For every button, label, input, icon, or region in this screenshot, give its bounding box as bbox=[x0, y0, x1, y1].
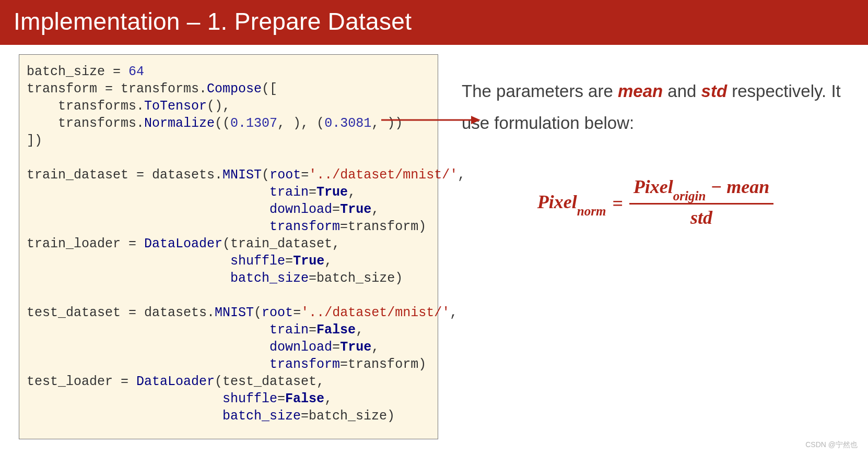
code-block: batch_size = 64 transform = transforms.C… bbox=[19, 54, 438, 439]
code-token: =batch_size) bbox=[309, 271, 403, 286]
code-token: train_dataset bbox=[27, 167, 128, 183]
code-token: = bbox=[121, 305, 144, 320]
code-number: 0.3081 bbox=[324, 116, 371, 131]
code-token: (), bbox=[207, 99, 230, 114]
code-token: (test_dataset, bbox=[215, 374, 324, 389]
code-token: transform bbox=[27, 81, 97, 97]
code-token: test_dataset bbox=[27, 305, 121, 320]
formula-sub: origin bbox=[673, 189, 706, 203]
svg-marker-1 bbox=[471, 116, 480, 124]
code-arg: train bbox=[269, 322, 309, 338]
formula-lhs: Pixelnorm bbox=[537, 191, 606, 215]
formula-term: Pixel bbox=[634, 176, 673, 197]
code-bool: False bbox=[285, 391, 324, 406]
code-bool: True bbox=[340, 202, 371, 217]
formula-fraction: Pixelorigin − mean std bbox=[629, 175, 773, 229]
code-indent bbox=[27, 116, 58, 131]
code-token: transforms. bbox=[58, 116, 144, 131]
code-token: datasets. bbox=[152, 167, 222, 183]
code-token: =batch_size) bbox=[301, 409, 395, 424]
code-fn: Normalize bbox=[144, 116, 215, 131]
code-fn: Compose bbox=[207, 81, 262, 97]
code-arg: download bbox=[269, 202, 332, 217]
code-token: transforms. bbox=[58, 99, 144, 114]
code-indent bbox=[27, 409, 222, 424]
code-token: = bbox=[113, 374, 136, 389]
code-fn: DataLoader bbox=[136, 374, 215, 389]
code-fn: MNIST bbox=[215, 305, 254, 320]
code-bool: False bbox=[316, 322, 356, 338]
formula-sub: norm bbox=[577, 204, 606, 218]
watermark: CSDN @宁然也 bbox=[805, 440, 858, 450]
code-token: = bbox=[128, 167, 152, 183]
code-arg: batch_size bbox=[230, 271, 309, 286]
slide-title: Implementation – 1. Prepare Dataset bbox=[14, 8, 412, 35]
code-token: , bbox=[371, 202, 379, 217]
code-token: batch_size bbox=[27, 64, 105, 79]
code-indent bbox=[27, 357, 269, 372]
formula-op: − bbox=[706, 176, 726, 197]
code-token: , bbox=[450, 305, 458, 320]
code-token: = bbox=[301, 167, 309, 183]
slide-title-bar: Implementation – 1. Prepare Dataset bbox=[0, 0, 868, 45]
code-token: = bbox=[121, 236, 144, 251]
code-token: train_loader bbox=[27, 236, 121, 251]
code-indent bbox=[27, 322, 269, 338]
code-token: ]) bbox=[27, 133, 42, 148]
formula-term: Pixel bbox=[537, 191, 577, 212]
code-token: ( bbox=[262, 167, 269, 183]
code-fn: MNIST bbox=[222, 167, 262, 183]
code-arg: root bbox=[269, 167, 301, 183]
formula-term: mean bbox=[726, 176, 769, 197]
code-token: , bbox=[324, 254, 332, 269]
code-token: = bbox=[97, 81, 121, 97]
code-indent bbox=[27, 391, 222, 406]
formula-denominator: std bbox=[686, 206, 717, 230]
code-token: ( bbox=[254, 305, 262, 320]
code-bool: True bbox=[340, 340, 371, 355]
code-bool: True bbox=[316, 185, 348, 200]
code-indent bbox=[27, 185, 269, 200]
formula-equals: = bbox=[612, 193, 623, 214]
code-arg: shuffle bbox=[222, 391, 277, 406]
code-arg: batch_size bbox=[222, 409, 301, 424]
code-token: , bbox=[371, 340, 379, 355]
code-token: , bbox=[356, 322, 363, 338]
code-token: (( bbox=[215, 116, 230, 131]
code-number: 0.1307 bbox=[230, 116, 277, 131]
code-token: ([ bbox=[262, 81, 277, 97]
description-text: The parameters are mean and std respecti… bbox=[462, 75, 849, 139]
desc-emph-std: std bbox=[701, 81, 728, 101]
code-fn: ToTensor bbox=[144, 99, 207, 114]
code-token: (train_dataset, bbox=[222, 236, 340, 251]
desc-emph-mean: mean bbox=[618, 81, 663, 101]
code-indent bbox=[27, 99, 58, 114]
code-arg: download bbox=[269, 340, 332, 355]
code-fn: DataLoader bbox=[144, 236, 222, 251]
code-string: '../dataset/mnist/' bbox=[301, 305, 450, 320]
code-indent bbox=[27, 271, 230, 286]
code-indent bbox=[27, 340, 269, 355]
code-number: 64 bbox=[128, 64, 144, 79]
code-arg: train bbox=[269, 185, 309, 200]
code-arg: transform bbox=[269, 357, 340, 372]
explanation-panel: The parameters are mean and std respecti… bbox=[462, 54, 849, 456]
arrow-icon bbox=[381, 114, 480, 126]
code-token: test_loader bbox=[27, 374, 113, 389]
code-token: = bbox=[105, 64, 128, 79]
code-token: =transform) bbox=[340, 357, 426, 372]
slide-body: batch_size = 64 transform = transforms.C… bbox=[19, 54, 849, 456]
code-token: datasets. bbox=[144, 305, 215, 320]
code-token: transforms. bbox=[121, 81, 207, 97]
desc-part: and bbox=[663, 81, 701, 101]
code-indent bbox=[27, 202, 269, 217]
code-string: '../dataset/mnist/' bbox=[309, 167, 458, 183]
code-token: = bbox=[293, 305, 301, 320]
code-arg: root bbox=[262, 305, 293, 320]
code-indent bbox=[27, 254, 230, 269]
code-arg: transform bbox=[269, 219, 340, 234]
code-bool: True bbox=[293, 254, 324, 269]
formula-numerator: Pixelorigin − mean bbox=[629, 175, 773, 201]
desc-part: The parameters are bbox=[462, 81, 618, 101]
code-arg: shuffle bbox=[230, 254, 285, 269]
